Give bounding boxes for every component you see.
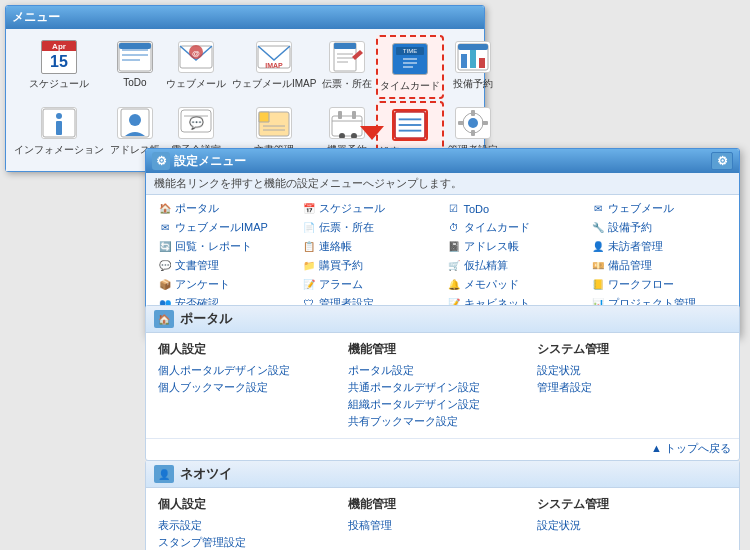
neotsuji-kojin-link-1[interactable]: スタンプ管理設定 [158, 534, 348, 550]
denpyo-icon [327, 39, 367, 75]
menu-item-todo[interactable]: ToDo [108, 35, 162, 99]
svg-text:IMAP: IMAP [265, 62, 283, 69]
settings-link-workflow[interactable]: 🔄 回覧・レポート [154, 237, 298, 256]
information-icon [39, 105, 79, 141]
timecard-icon: TIME [390, 41, 430, 77]
webmailimap-link-icon: ✉ [158, 221, 172, 235]
svg-point-28 [56, 113, 62, 119]
svg-rect-43 [338, 111, 342, 119]
menu-item-information[interactable]: インフォメーション [12, 101, 106, 165]
webmail-label: ウェブメール [166, 77, 226, 91]
schedule-link-icon: 📅 [302, 202, 316, 216]
menu-item-denpyo[interactable]: 伝票・所在 [320, 35, 374, 99]
settings-link-karibarai[interactable]: 💴 備品管理 [587, 256, 731, 275]
settings-link-webmail[interactable]: ✉ ウェブメール [587, 199, 731, 218]
neotsuji-section-icon: 👤 [154, 465, 174, 483]
settings-gear-button[interactable]: ⚙ [711, 152, 733, 170]
svg-rect-54 [482, 121, 488, 125]
bunsho-icon [254, 105, 294, 141]
portal-system-link-0[interactable]: 設定状況 [537, 362, 727, 379]
svg-rect-23 [458, 44, 488, 50]
portal-kino-link-0[interactable]: ポータル設定 [348, 362, 538, 379]
settings-arrow [360, 126, 384, 140]
svg-text:💬: 💬 [189, 115, 204, 130]
svg-rect-11 [334, 43, 356, 49]
settings-link-schedule[interactable]: 📅 スケジュール [298, 199, 442, 218]
kibi-link-icon: 📦 [158, 278, 172, 292]
settings-link-anketo[interactable]: 📝 アラーム [298, 275, 442, 294]
neotsuji-kojin-link-0[interactable]: 表示設定 [158, 517, 348, 534]
timecard-link-icon: ⏱ [447, 221, 461, 235]
settings-link-alarm[interactable]: 🔔 メモパッド [443, 275, 587, 294]
menu-item-schedule[interactable]: Apr 15 スケジュール [12, 35, 106, 99]
webmailimap-label: ウェブメールIMAP [232, 77, 316, 91]
neotsuji-section-header: 👤 ネオツイ [146, 461, 739, 488]
portal-kino-col: 機能管理 ポータル設定 共通ポータルデザイン設定 組織ポータルデザイン設定 共有… [348, 341, 538, 430]
settings-link-denpyo[interactable]: 📄 伝票・所在 [298, 218, 442, 237]
settings-link-mikankyaku[interactable]: 👤 未訪者管理 [587, 237, 731, 256]
portal-top-link[interactable]: ▲ トップへ戻る [146, 438, 739, 460]
portal-kojin-link-1[interactable]: 個人ブックマーク設定 [158, 379, 348, 396]
webmail-link-icon: ✉ [591, 202, 605, 216]
konyuyoyaku-link-icon: 🛒 [447, 259, 461, 273]
settings-link-todo[interactable]: ☑ ToDo [443, 199, 587, 218]
top-menu-title: メニュー [12, 10, 60, 24]
todo-label: ToDo [123, 77, 146, 88]
bunsho2-link-icon: 📁 [302, 259, 316, 273]
top-menu-window: メニュー Apr 15 スケジュール [5, 5, 485, 172]
menu-item-webmailimap[interactable]: IMAP ウェブメールIMAP [230, 35, 318, 99]
denshi-icon: 💬 [176, 105, 216, 141]
portal-system-link-1[interactable]: 管理者設定 [537, 379, 727, 396]
svg-rect-25 [470, 50, 476, 68]
addressbook2-link-icon: 📒 [591, 278, 605, 292]
neotsuji-kino-link-0[interactable]: 投稿管理 [348, 517, 538, 534]
todo-link-icon: ☑ [447, 202, 461, 216]
svg-rect-24 [461, 54, 467, 68]
settings-link-denshi2[interactable]: 💬 文書管理 [154, 256, 298, 275]
webmail-icon: @ [176, 39, 216, 75]
menu-item-timecard[interactable]: TIME タイムカード [376, 35, 444, 99]
yobippo-icon [453, 39, 493, 75]
neotsuji-kojin-header: 個人設定 [158, 496, 348, 513]
settings-link-webmailimap[interactable]: ✉ ウェブメールIMAP [154, 218, 298, 237]
neotsuji-system-link-0[interactable]: 設定状況 [537, 517, 727, 534]
svg-rect-53 [458, 121, 464, 125]
todo-icon [115, 39, 155, 75]
neotsuji-system-col: システム管理 設定状況 [537, 496, 727, 550]
denshi2-link-icon: 💬 [158, 259, 172, 273]
portal-link-icon: 🏠 [158, 202, 172, 216]
settings-link-addressbook2[interactable]: 📒 ワークフロー [587, 275, 731, 294]
portal-kojin-link-0[interactable]: 個人ポータルデザイン設定 [158, 362, 348, 379]
settings-link-bunsho2[interactable]: 📁 購買予約 [298, 256, 442, 275]
svg-marker-36 [259, 112, 269, 122]
settings-link-timecard[interactable]: ⏱ タイムカード [443, 218, 587, 237]
settings-link-konyuyoyaku[interactable]: 🛒 仮払精算 [443, 256, 587, 275]
address-icon [115, 105, 155, 141]
settings-titlebar-left: ⚙ 設定メニュー [152, 152, 246, 170]
svg-point-50 [468, 118, 478, 128]
svg-point-31 [129, 114, 141, 126]
schedule-icon: Apr 15 [39, 39, 79, 75]
menu-item-yobippo[interactable]: 投備予約 [446, 35, 500, 99]
settings-link-portal[interactable]: 🏠 ポータル [154, 199, 298, 218]
settings-link-renraku[interactable]: 📓 アドレス帳 [443, 237, 587, 256]
information-label: インフォメーション [14, 143, 104, 157]
svg-text:TIME: TIME [403, 48, 417, 54]
portal-system-header: システム管理 [537, 341, 727, 358]
svg-rect-29 [56, 121, 62, 135]
portal-section: 🏠 ポータル 個人設定 個人ポータルデザイン設定 個人ブックマーク設定 機能管理… [145, 305, 740, 461]
yobippo-link-icon: 🔧 [591, 221, 605, 235]
settings-title: 設定メニュー [174, 153, 246, 170]
settings-link-kibi[interactable]: 📦 アンケート [154, 275, 298, 294]
portal-kino-link-3[interactable]: 共有ブックマーク設定 [348, 413, 538, 430]
portal-system-col: システム管理 設定状況 管理者設定 [537, 341, 727, 430]
svg-rect-44 [352, 111, 356, 119]
portal-kino-link-1[interactable]: 共通ポータルデザイン設定 [348, 379, 538, 396]
menu-item-webmail[interactable]: @ ウェブメール [164, 35, 228, 99]
settings-link-yobippo[interactable]: 🔧 設備予約 [587, 218, 731, 237]
portal-kino-link-2[interactable]: 組織ポータルデザイン設定 [348, 396, 538, 413]
settings-description: 機能名リンクを押すと機能の設定メニューへジャンプします。 [146, 173, 739, 195]
webmailimap-icon: IMAP [254, 39, 294, 75]
settings-link-kairan[interactable]: 📋 連絡帳 [298, 237, 442, 256]
svg-rect-52 [471, 130, 475, 136]
